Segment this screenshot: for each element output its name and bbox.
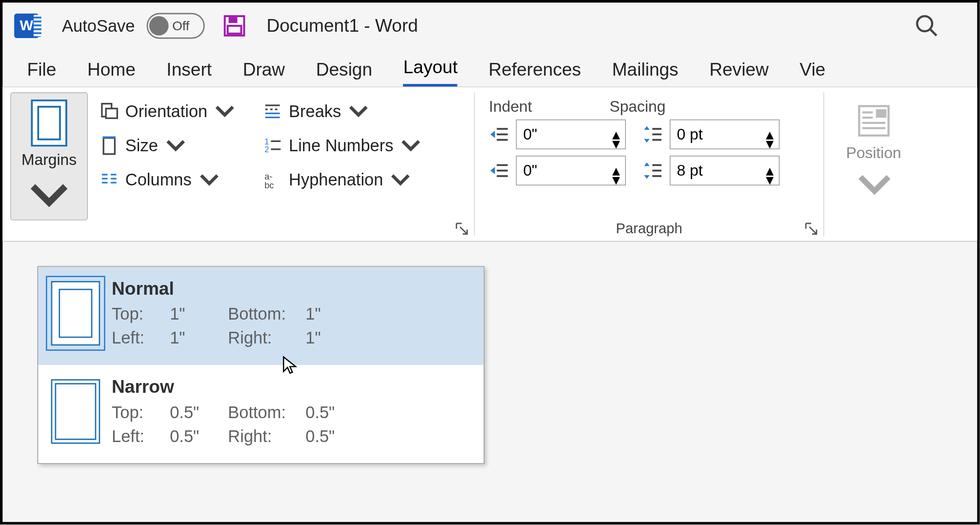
chevron-down-icon — [30, 173, 68, 220]
autosave-toggle-knob — [149, 16, 169, 36]
svg-text:bc: bc — [264, 180, 274, 189]
line-numbers-button[interactable]: 12 Line Numbers — [259, 134, 424, 157]
orientation-button[interactable]: Orientation — [96, 100, 239, 122]
spacing-after-value: 8 pt — [677, 162, 703, 180]
autosave-state: Off — [172, 19, 189, 33]
position-button[interactable]: Position — [832, 92, 915, 202]
margins-button[interactable]: Margins — [10, 92, 88, 220]
chevron-down-icon — [200, 170, 219, 190]
svg-rect-2 — [227, 26, 241, 34]
left-value: 0.5" — [170, 426, 228, 446]
orientation-icon — [100, 102, 119, 121]
hyphenation-icon: a-bc — [263, 170, 282, 190]
spacing-after-icon — [641, 160, 663, 182]
spinner-up-icon[interactable]: ▴ — [766, 162, 775, 171]
svg-rect-1 — [228, 17, 237, 23]
margins-icon — [30, 100, 68, 147]
breaks-label: Breaks — [289, 101, 341, 121]
svg-line-4 — [930, 29, 937, 36]
left-label: Left: — [112, 328, 170, 348]
top-label: Top: — [112, 304, 170, 324]
chevron-down-icon — [215, 102, 235, 121]
left-value: 1" — [170, 328, 228, 348]
spacing-before-input[interactable]: 0 pt▴▾ — [670, 120, 780, 149]
tab-view[interactable]: Vie — [800, 60, 825, 87]
svg-rect-9 — [103, 138, 115, 154]
right-value: 1" — [305, 328, 357, 348]
margins-option-narrow[interactable]: Narrow Top: 0.5" Bottom: 0.5" Left: 0.5"… — [38, 365, 484, 463]
spinner-up-icon[interactable]: ▴ — [766, 125, 775, 135]
indent-header: Indent — [489, 98, 532, 116]
tab-layout[interactable]: Layout — [403, 57, 458, 87]
margins-option-title: Normal — [112, 279, 471, 299]
margins-label: Margins — [21, 150, 77, 168]
chevron-down-icon — [401, 136, 420, 156]
tab-review[interactable]: Review — [709, 60, 769, 87]
tab-home[interactable]: Home — [87, 60, 136, 87]
left-label: Left: — [112, 426, 170, 446]
spinner-down-icon[interactable]: ▾ — [612, 171, 621, 180]
margins-dropdown: Normal Top: 1" Bottom: 1" Left: 1" Right… — [38, 266, 484, 464]
size-button[interactable]: Size — [96, 134, 239, 157]
bottom-label: Bottom: — [228, 403, 305, 423]
top-label: Top: — [112, 403, 170, 423]
chevron-down-icon — [349, 102, 368, 121]
svg-point-3 — [917, 16, 932, 31]
autosave-label: AutoSave — [62, 16, 135, 36]
spinner-down-icon[interactable]: ▾ — [612, 134, 621, 143]
indent-left-icon — [488, 123, 510, 145]
spinner-up-icon[interactable]: ▴ — [612, 125, 621, 135]
right-label: Right: — [228, 328, 305, 348]
svg-rect-42 — [876, 109, 886, 118]
top-value: 0.5" — [170, 403, 228, 423]
word-app-icon: W — [14, 14, 39, 38]
tab-file[interactable]: File — [27, 60, 57, 87]
svg-rect-8 — [106, 108, 117, 118]
position-label: Position — [846, 144, 901, 162]
chevron-down-icon — [391, 170, 410, 190]
spinner-up-icon[interactable]: ▴ — [612, 162, 621, 171]
margins-option-normal[interactable]: Normal Top: 1" Bottom: 1" Left: 1" Right… — [38, 267, 484, 365]
hyphenation-button[interactable]: a-bc Hyphenation — [259, 169, 424, 191]
page-setup-dialog-launcher-icon[interactable] — [455, 222, 469, 236]
columns-button[interactable]: Columns — [96, 169, 239, 191]
spacing-after-input[interactable]: 8 pt▴▾ — [670, 156, 780, 185]
document-title: Document1 - Word — [266, 16, 418, 36]
position-icon — [857, 104, 891, 138]
tab-draw[interactable]: Draw — [243, 60, 285, 87]
save-icon[interactable] — [222, 14, 246, 38]
tab-mailings[interactable]: Mailings — [612, 60, 679, 87]
paragraph-dialog-launcher-icon[interactable] — [804, 222, 818, 236]
right-label: Right: — [228, 426, 305, 446]
right-value: 0.5" — [305, 426, 357, 446]
indent-left-value: 0" — [523, 125, 537, 143]
line-numbers-label: Line Numbers — [289, 136, 393, 156]
spacing-before-icon — [641, 123, 663, 145]
chevron-down-icon — [858, 169, 891, 202]
search-icon[interactable] — [914, 13, 940, 39]
tab-design[interactable]: Design — [316, 60, 372, 87]
top-value: 1" — [170, 304, 228, 324]
orientation-label: Orientation — [125, 101, 207, 121]
bottom-value: 1" — [305, 304, 357, 324]
tab-references[interactable]: References — [489, 60, 581, 87]
indent-right-value: 0" — [523, 162, 537, 180]
autosave-toggle[interactable]: Off — [146, 13, 204, 39]
size-label: Size — [125, 136, 158, 156]
indent-left-input[interactable]: 0"▴▾ — [516, 120, 626, 149]
spacing-before-value: 0 pt — [677, 125, 703, 143]
spinner-down-icon[interactable]: ▾ — [766, 134, 775, 143]
margins-option-title: Narrow — [112, 377, 471, 397]
svg-text:2: 2 — [264, 145, 269, 154]
indent-right-input[interactable]: 0"▴▾ — [516, 156, 626, 185]
margins-normal-icon — [51, 281, 100, 345]
columns-label: Columns — [125, 170, 192, 190]
breaks-button[interactable]: Breaks — [259, 100, 424, 122]
paragraph-group-label: Paragraph — [475, 220, 823, 237]
spinner-down-icon[interactable]: ▾ — [766, 171, 775, 180]
hyphenation-label: Hyphenation — [289, 170, 383, 190]
bottom-value: 0.5" — [305, 403, 357, 423]
breaks-icon — [263, 102, 282, 121]
tab-insert[interactable]: Insert — [166, 60, 212, 87]
columns-icon — [100, 170, 119, 190]
